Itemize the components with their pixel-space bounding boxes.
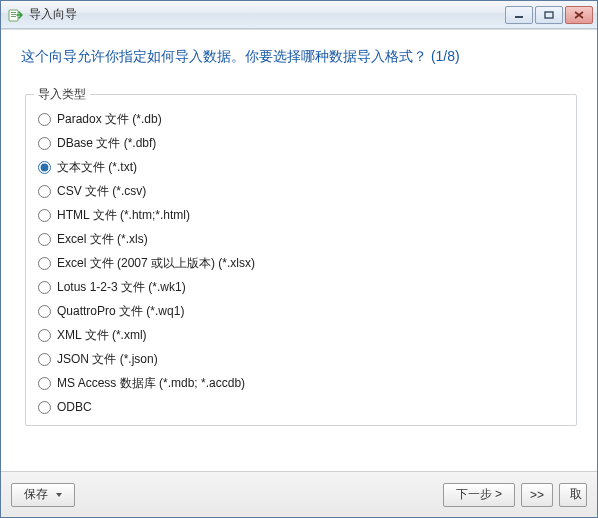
import-type-radio[interactable] xyxy=(38,353,51,366)
close-button[interactable] xyxy=(565,6,593,24)
next-button-label: 下一步 > xyxy=(456,486,502,503)
cancel-button-label: 取 xyxy=(570,486,582,503)
skip-button-label: >> xyxy=(530,488,544,502)
svg-rect-2 xyxy=(11,14,16,15)
wizard-window: 导入向导 这个向导允许你指定如何导入数据。你要选择哪种数据导入格式？ (1/8)… xyxy=(0,0,598,518)
import-type-option[interactable]: DBase 文件 (*.dbf) xyxy=(38,135,564,151)
import-type-radio[interactable] xyxy=(38,137,51,150)
window-title: 导入向导 xyxy=(29,6,503,23)
import-type-radio[interactable] xyxy=(38,377,51,390)
wizard-footer: 保存 下一步 > >> 取 xyxy=(1,471,597,517)
import-type-radio[interactable] xyxy=(38,281,51,294)
svg-rect-5 xyxy=(545,12,553,18)
import-type-radio[interactable] xyxy=(38,185,51,198)
app-icon xyxy=(7,7,23,23)
import-type-option-label: XML 文件 (*.xml) xyxy=(57,327,147,343)
import-type-radio[interactable] xyxy=(38,113,51,126)
import-type-option-label: ODBC xyxy=(57,399,92,415)
import-type-radio[interactable] xyxy=(38,329,51,342)
next-button[interactable]: 下一步 > xyxy=(443,483,515,507)
import-type-option[interactable]: ODBC xyxy=(38,399,564,415)
svg-rect-3 xyxy=(11,16,16,17)
cancel-button[interactable]: 取 xyxy=(559,483,587,507)
group-legend: 导入类型 xyxy=(34,86,90,103)
import-type-option[interactable]: Lotus 1-2-3 文件 (*.wk1) xyxy=(38,279,564,295)
import-type-option-label: CSV 文件 (*.csv) xyxy=(57,183,146,199)
import-type-option-label: DBase 文件 (*.dbf) xyxy=(57,135,156,151)
skip-button[interactable]: >> xyxy=(521,483,553,507)
import-type-option[interactable]: Excel 文件 (2007 或以上版本) (*.xlsx) xyxy=(38,255,564,271)
import-type-radio[interactable] xyxy=(38,209,51,222)
import-type-option[interactable]: Excel 文件 (*.xls) xyxy=(38,231,564,247)
import-type-option-label: JSON 文件 (*.json) xyxy=(57,351,158,367)
chevron-down-icon xyxy=(56,493,62,497)
import-type-radio[interactable] xyxy=(38,161,51,174)
import-type-option-label: 文本文件 (*.txt) xyxy=(57,159,137,175)
import-type-option[interactable]: 文本文件 (*.txt) xyxy=(38,159,564,175)
import-type-option[interactable]: JSON 文件 (*.json) xyxy=(38,351,564,367)
import-type-option-label: QuattroPro 文件 (*.wq1) xyxy=(57,303,184,319)
title-bar: 导入向导 xyxy=(1,1,597,29)
import-type-option[interactable]: XML 文件 (*.xml) xyxy=(38,327,564,343)
import-type-options: Paradox 文件 (*.db)DBase 文件 (*.dbf)文本文件 (*… xyxy=(38,109,564,415)
import-type-radio[interactable] xyxy=(38,401,51,414)
import-type-option[interactable]: CSV 文件 (*.csv) xyxy=(38,183,564,199)
maximize-button[interactable] xyxy=(535,6,563,24)
svg-rect-4 xyxy=(515,16,523,18)
import-type-radio[interactable] xyxy=(38,305,51,318)
wizard-body: 这个向导允许你指定如何导入数据。你要选择哪种数据导入格式？ (1/8) 导入类型… xyxy=(1,29,597,471)
window-controls xyxy=(503,6,593,24)
import-type-option[interactable]: HTML 文件 (*.htm;*.html) xyxy=(38,207,564,223)
minimize-button[interactable] xyxy=(505,6,533,24)
save-button-label: 保存 xyxy=(24,486,48,503)
import-type-option-label: Lotus 1-2-3 文件 (*.wk1) xyxy=(57,279,186,295)
import-type-option-label: Excel 文件 (*.xls) xyxy=(57,231,148,247)
import-type-option-label: Paradox 文件 (*.db) xyxy=(57,111,162,127)
import-type-option[interactable]: MS Access 数据库 (*.mdb; *.accdb) xyxy=(38,375,564,391)
import-type-radio[interactable] xyxy=(38,233,51,246)
import-type-option[interactable]: QuattroPro 文件 (*.wq1) xyxy=(38,303,564,319)
import-type-option-label: HTML 文件 (*.htm;*.html) xyxy=(57,207,190,223)
import-type-option-label: Excel 文件 (2007 或以上版本) (*.xlsx) xyxy=(57,255,255,271)
import-type-option[interactable]: Paradox 文件 (*.db) xyxy=(38,111,564,127)
page-heading: 这个向导允许你指定如何导入数据。你要选择哪种数据导入格式？ (1/8) xyxy=(1,30,597,72)
save-button[interactable]: 保存 xyxy=(11,483,75,507)
import-type-radio[interactable] xyxy=(38,257,51,270)
import-type-option-label: MS Access 数据库 (*.mdb; *.accdb) xyxy=(57,375,245,391)
import-type-group: 导入类型 Paradox 文件 (*.db)DBase 文件 (*.dbf)文本… xyxy=(25,94,577,426)
svg-rect-1 xyxy=(11,12,16,13)
